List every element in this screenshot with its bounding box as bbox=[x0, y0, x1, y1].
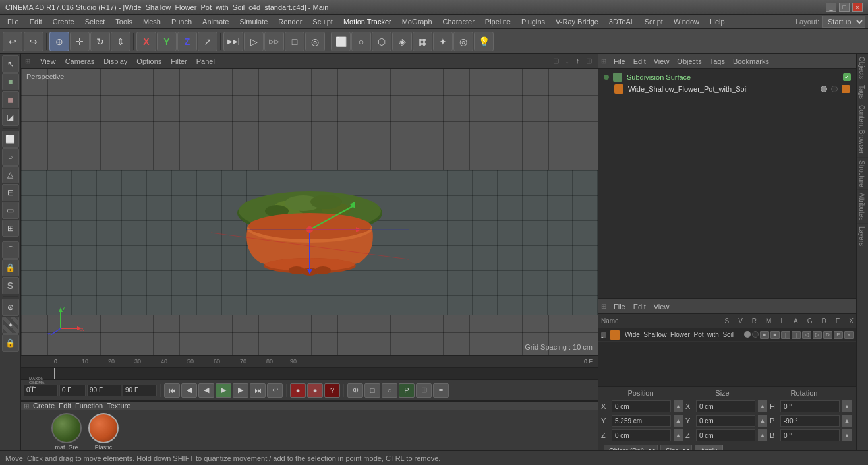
lock-side[interactable]: 🔒 bbox=[2, 259, 19, 276]
menu-character[interactable]: Character bbox=[438, 16, 479, 27]
z-pos-input[interactable] bbox=[612, 429, 671, 441]
list-pb-button[interactable]: ≡ bbox=[433, 383, 449, 398]
om-edit[interactable]: Edit bbox=[631, 57, 648, 66]
am-icon-1[interactable]: ■ bbox=[760, 331, 769, 339]
z-rot-input[interactable] bbox=[780, 429, 840, 441]
pointer-tool[interactable]: ↖ bbox=[2, 55, 19, 73]
redo-button[interactable]: ↪ bbox=[24, 32, 43, 51]
menu-plugins[interactable]: Plugins bbox=[517, 16, 550, 27]
menu-3dtoall[interactable]: 3DToAll bbox=[604, 16, 639, 27]
am-icon-4[interactable]: | bbox=[792, 331, 801, 339]
menu-pipeline[interactable]: Pipeline bbox=[480, 16, 515, 27]
model-tool[interactable]: ■ bbox=[2, 73, 19, 90]
coord-system-select[interactable]: Object (Rel) bbox=[604, 445, 658, 450]
vp-icon-1[interactable]: ⊡ bbox=[551, 56, 561, 66]
lock2-side[interactable]: 🔒 bbox=[2, 334, 19, 352]
grid-pb-button[interactable]: ⊞ bbox=[416, 383, 432, 398]
vp-cameras[interactable]: Cameras bbox=[63, 57, 97, 66]
axis-z-button[interactable]: Z bbox=[177, 32, 197, 51]
cube-side[interactable]: ⬜ bbox=[2, 131, 19, 148]
texture-tool[interactable]: ◼ bbox=[2, 91, 19, 108]
light-btn[interactable]: ✦ bbox=[433, 32, 453, 51]
mat-texture[interactable]: Texture bbox=[107, 402, 130, 410]
x-rot-input[interactable] bbox=[780, 400, 840, 412]
close-button[interactable]: × bbox=[852, 3, 863, 12]
record3-button[interactable]: ? bbox=[324, 383, 340, 398]
record-button[interactable]: ● bbox=[290, 383, 306, 398]
preview-end-input[interactable] bbox=[123, 385, 157, 396]
s-tool[interactable]: S bbox=[2, 277, 19, 294]
vtab-tags[interactable]: Tags bbox=[857, 82, 868, 102]
curve-side[interactable]: ⌒ bbox=[2, 241, 19, 259]
am-icon-8[interactable]: E bbox=[834, 331, 843, 339]
y-size-spin[interactable]: ▲ bbox=[758, 415, 767, 427]
rotate-button[interactable]: ↻ bbox=[90, 32, 110, 51]
snap-pb-button[interactable]: ⊕ bbox=[347, 383, 363, 398]
apply-button[interactable]: Apply bbox=[695, 445, 723, 450]
vp-panel[interactable]: Panel bbox=[194, 57, 217, 66]
render-region-button[interactable]: ◎ bbox=[305, 32, 325, 51]
om-objects[interactable]: Objects bbox=[675, 57, 703, 66]
menu-motion-tracker[interactable]: Motion Tracker bbox=[339, 16, 396, 27]
scale-button[interactable]: ⇕ bbox=[111, 32, 130, 51]
x-size-input[interactable] bbox=[696, 400, 755, 412]
y-pos-spin[interactable]: ▲ bbox=[674, 415, 683, 427]
om-bookmarks[interactable]: Bookmarks bbox=[731, 57, 771, 66]
weight-tool[interactable]: ◪ bbox=[2, 109, 19, 126]
om-vis-1[interactable] bbox=[821, 86, 827, 92]
menu-vray[interactable]: V-Ray Bridge bbox=[551, 16, 603, 27]
vp-options[interactable]: Options bbox=[134, 57, 163, 66]
am-dot-1[interactable] bbox=[744, 331, 751, 338]
x-size-spin[interactable]: ▲ bbox=[758, 400, 767, 412]
maximize-button[interactable]: □ bbox=[839, 3, 850, 12]
axis-x-button[interactable]: X bbox=[136, 32, 156, 51]
mat-function[interactable]: Function bbox=[75, 402, 103, 410]
am-row-1[interactable]: - Wide_Shallow_Flower_Pot_with_Soil ■ ■ … bbox=[598, 328, 856, 342]
am-icon-2[interactable]: ■ bbox=[770, 331, 780, 339]
minimize-button[interactable]: _ bbox=[826, 3, 836, 12]
om-item-subdivision[interactable]: Subdivision Surface ✓ bbox=[601, 71, 854, 83]
undo-button[interactable]: ↩ bbox=[3, 32, 22, 51]
menu-mograph[interactable]: MoGraph bbox=[397, 16, 437, 27]
menu-punch[interactable]: Punch bbox=[167, 16, 196, 27]
layout-select[interactable]: Startup bbox=[822, 16, 865, 28]
am-icon-5[interactable]: ◁ bbox=[802, 331, 811, 339]
menu-help[interactable]: Help bbox=[705, 16, 730, 27]
vp-display[interactable]: Display bbox=[101, 57, 129, 66]
menu-mesh[interactable]: Mesh bbox=[138, 16, 165, 27]
menu-animate[interactable]: Animate bbox=[198, 16, 233, 27]
filmstrip-button[interactable]: ▶▶| bbox=[223, 32, 243, 51]
vp-icon-2[interactable]: ↓ bbox=[564, 56, 571, 66]
menu-edit[interactable]: Edit bbox=[25, 16, 47, 27]
cube-button[interactable]: ⬜ bbox=[331, 32, 351, 51]
sphere-btn[interactable]: ○ bbox=[351, 32, 371, 51]
x-pos-input[interactable] bbox=[612, 400, 671, 412]
current-frame-input[interactable] bbox=[59, 385, 86, 396]
brush-side[interactable]: ⊛ bbox=[2, 299, 19, 316]
mat-edit[interactable]: Edit bbox=[59, 402, 71, 410]
menu-file[interactable]: File bbox=[3, 16, 24, 27]
camera-btn[interactable]: ▦ bbox=[413, 32, 432, 51]
goto-end-button[interactable]: ⏭ bbox=[250, 383, 266, 398]
y-rot-spin[interactable]: ▲ bbox=[842, 415, 852, 427]
menu-window[interactable]: Window bbox=[669, 16, 704, 27]
plane-side[interactable]: ▭ bbox=[2, 202, 19, 219]
menu-select[interactable]: Select bbox=[80, 16, 110, 27]
rot-pb-button[interactable]: ○ bbox=[382, 383, 397, 398]
z-rot-spin[interactable]: ▲ bbox=[842, 429, 852, 441]
add-btn[interactable]: ◎ bbox=[453, 32, 473, 51]
size-mode-select[interactable]: Size bbox=[660, 445, 692, 450]
vtab-structure[interactable]: Structure bbox=[857, 158, 868, 191]
om-item-pot[interactable]: Wide_Shallow_Flower_Pot_with_Soil bbox=[601, 83, 854, 95]
play-button[interactable]: ▶ bbox=[216, 383, 231, 398]
vp-icon-4[interactable]: ⊞ bbox=[584, 56, 594, 66]
vtab-objects[interactable]: Objects bbox=[857, 54, 868, 82]
menu-create[interactable]: Create bbox=[48, 16, 79, 27]
menu-sculpt[interactable]: Sculpt bbox=[308, 16, 337, 27]
x-pos-spin-up[interactable]: ▲ bbox=[674, 400, 683, 412]
cylinder-btn[interactable]: ⬡ bbox=[372, 32, 391, 51]
vtab-attributes[interactable]: Attributes bbox=[857, 190, 868, 224]
free-axis-button[interactable]: ↗ bbox=[198, 32, 217, 51]
cone-side[interactable]: △ bbox=[2, 166, 19, 183]
geo-btn[interactable]: ◈ bbox=[392, 32, 412, 51]
